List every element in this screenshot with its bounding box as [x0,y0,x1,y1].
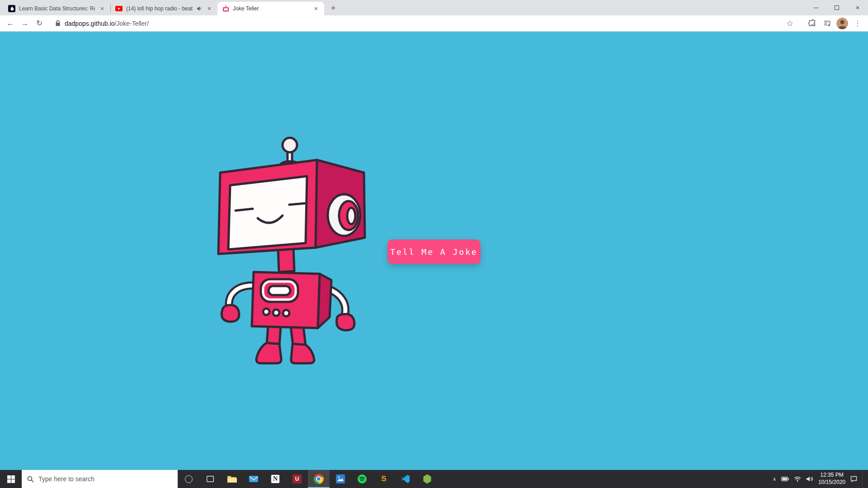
photos-icon[interactable] [330,470,351,488]
back-button[interactable]: ← [4,17,17,30]
show-desktop-button[interactable] [862,470,864,488]
window-controls: × [806,0,868,15]
system-tray: ∧ 12:35 PM 10/15/2020 [773,470,868,488]
tab-title: Learn Basic Data Structures: Rem [19,5,95,12]
youtube-favicon [115,5,123,12]
windows-logo-icon [7,475,15,483]
browser-menu-icon[interactable]: ⋮ [851,17,864,30]
chrome-icon[interactable] [308,470,330,488]
url-text: dadpops.github.io/Joke-Teller/ [65,20,149,27]
file-explorer-icon[interactable] [221,470,243,488]
cortana-icon[interactable] [178,470,199,488]
profile-avatar[interactable] [836,18,848,29]
tab-title: Joke Teller [233,5,309,12]
refresh-button[interactable]: ↻ [33,17,46,30]
tab-youtube[interactable]: (14) lofi hip hop radio - beat × [111,2,217,15]
forward-button[interactable]: → [18,17,32,30]
taskbar-clock[interactable]: 12:35 PM 10/15/2020 [818,472,845,486]
windows-taskbar: N U S ∧ [0,470,868,488]
task-view-icon[interactable] [199,470,221,488]
tab-joke-teller[interactable]: Joke Teller × [217,2,324,15]
search-icon [27,476,34,483]
sublime-text-icon[interactable]: S [373,470,395,488]
tray-time: 12:35 PM [818,472,845,479]
bookmark-star-icon[interactable]: ☆ [783,17,797,30]
url-path: /Joke-Teller/ [115,20,149,27]
nodejs-icon[interactable] [416,470,438,488]
mail-icon[interactable] [243,470,264,488]
tab-audio-icon[interactable] [197,6,202,11]
close-tab-icon[interactable]: × [99,5,106,12]
joke-teller-page: Tell Me A Joke [0,32,868,470]
start-button[interactable] [0,470,22,488]
extensions-puzzle-icon[interactable] [806,17,819,30]
window-minimize-button[interactable] [806,0,826,15]
tray-date: 10/15/2020 [818,479,845,486]
notion-icon[interactable]: N [264,470,286,488]
robot-illustration [210,136,368,366]
taskbar-search[interactable] [22,470,178,488]
close-tab-icon[interactable]: × [206,5,213,12]
window-close-button[interactable]: × [847,0,868,15]
new-tab-button[interactable]: + [327,2,340,14]
tray-chevron-up-icon[interactable]: ∧ [773,476,776,482]
lock-icon [55,20,61,27]
desktop-screen: Learn Basic Data Structures: Rem × (14) … [0,0,868,488]
media-controls-icon[interactable] [820,17,834,30]
wifi-icon[interactable] [794,476,801,482]
spotify-icon[interactable] [351,470,373,488]
tell-joke-button[interactable]: Tell Me A Joke [387,239,481,264]
browser-tab-strip: Learn Basic Data Structures: Rem × (14) … [0,0,868,15]
vscode-icon[interactable] [395,470,416,488]
browser-toolbar: ← → ↻ dadpops.github.io/Joke-Teller/ ☆ ⋮ [0,15,868,32]
battery-icon[interactable] [781,477,789,481]
freecodecamp-favicon [8,5,15,12]
search-input[interactable] [38,475,172,483]
action-center-icon[interactable] [850,476,857,482]
robot-favicon [222,5,229,12]
tab-title: (14) lofi hip hop radio - beat [126,5,193,12]
tab-freecodecamp[interactable]: Learn Basic Data Structures: Rem × [4,2,110,15]
volume-icon[interactable] [806,476,813,482]
address-bar[interactable]: dadpops.github.io/Joke-Teller/ ☆ [50,17,802,30]
window-maximize-button[interactable] [826,0,847,15]
close-tab-icon[interactable]: × [312,5,320,12]
url-domain: dadpops.github.io [65,20,115,27]
udemy-icon[interactable]: U [286,470,308,488]
